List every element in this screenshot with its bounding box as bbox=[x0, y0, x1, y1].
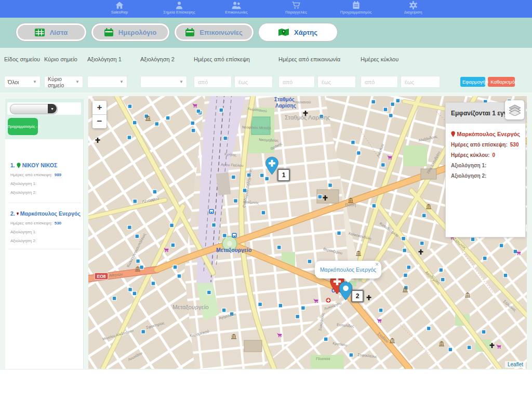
map-zoom-control: + − bbox=[92, 101, 107, 128]
marker-badge-2: 2 bbox=[351, 290, 364, 302]
calendar-icon bbox=[104, 28, 113, 36]
list-item[interactable]: 1. ΝΙΚΟΥ ΝΙΚΟΣ Ημέρες από επίσκεψη:989 Α… bbox=[10, 162, 81, 195]
tab-label: Λίστα bbox=[50, 29, 68, 36]
map-street-label: Σταθμός Λαρίσης bbox=[285, 114, 330, 121]
nav-item-label: SalesRep bbox=[88, 10, 151, 15]
results-panel: Εμφανίζονται 1 εγγραφή Μαρκόπουλος Ενεργ… bbox=[445, 102, 526, 237]
input-visit-to[interactable] bbox=[234, 76, 273, 88]
map-street-label: Βάθη bbox=[345, 202, 356, 207]
input-cycle-to[interactable] bbox=[401, 76, 440, 88]
divider bbox=[8, 249, 81, 249]
x-icon: × bbox=[486, 79, 489, 85]
tab-list[interactable]: Λίστα bbox=[16, 23, 87, 42]
select-eval1[interactable]: ▼ bbox=[87, 76, 127, 88]
person-icon bbox=[175, 1, 184, 9]
filter-label-main-point: Κύριο σημείο bbox=[44, 56, 77, 62]
item-index: 2. bbox=[10, 210, 15, 217]
row-label: Ημέρες από επίσκεψη: bbox=[10, 172, 52, 177]
item-name: ΝΙΚΟΥ ΝΙΚΟΣ bbox=[22, 162, 57, 168]
cart-icon bbox=[291, 1, 301, 9]
map-marker-icon bbox=[278, 28, 289, 36]
home-icon bbox=[115, 1, 124, 9]
map-street-label: Μεταξουργείο bbox=[172, 304, 209, 310]
tab-communications[interactable]: Επικοινωνίες bbox=[174, 23, 254, 42]
close-icon[interactable]: × bbox=[375, 261, 379, 268]
list-item[interactable]: 2. Μαρκόπουλος Ενεργός Ημέρες από επίσκε… bbox=[10, 210, 81, 243]
select-eval2[interactable]: ▼ bbox=[140, 76, 187, 88]
row-label: Αξιολόγηση 2: bbox=[451, 173, 486, 179]
input-contact-from[interactable] bbox=[278, 76, 315, 88]
tab-label: Ημερολόγιο bbox=[118, 29, 156, 36]
road-ref-badge: EO8 bbox=[95, 273, 108, 280]
row-label: Αξιολόγηση 1: bbox=[451, 163, 486, 168]
row-label: Ημέρες από επίσκεψη: bbox=[10, 221, 52, 225]
filter-bar: Είδος σημείου Κύριο σημείο Αξιολόγηση 1 … bbox=[0, 48, 532, 92]
map-pin-icon bbox=[17, 163, 21, 168]
input-contact-to[interactable] bbox=[317, 76, 356, 88]
map-street-label: Ιουλιανού bbox=[295, 100, 311, 104]
apply-label: Εφαρμογή bbox=[462, 79, 485, 85]
select-point-type[interactable]: Όλοι▼ bbox=[4, 76, 41, 88]
top-navigation-bar: SalesRep Σημεία Επίσκεψης Επικοινωνίες Π… bbox=[0, 0, 532, 18]
map-layers-control[interactable] bbox=[505, 100, 524, 119]
panel-record-name[interactable]: Μαρκόπουλος Ενεργός bbox=[451, 131, 520, 137]
row-label: Αξιολόγηση 2: bbox=[10, 190, 36, 195]
filter-label-days-visit: Ημέρες από επίσκεψη bbox=[194, 56, 250, 62]
item-index: 1. bbox=[10, 162, 15, 168]
filter-label-eval2: Αξιολόγηση 2 bbox=[140, 56, 175, 62]
filter-label-point-type: Είδος σημείου bbox=[4, 56, 40, 62]
apply-button[interactable]: Εφαρμογή bbox=[460, 77, 485, 87]
zoom-out-button[interactable]: − bbox=[92, 115, 107, 128]
nav-item-orders[interactable]: Παραγγελίες bbox=[265, 1, 327, 15]
map-street-label: Μεταξουργείο bbox=[216, 247, 251, 254]
row-label: Αξιολόγηση 2: bbox=[10, 238, 36, 243]
map-street-label: Πλατεία bbox=[316, 356, 330, 361]
nav-item-contacts[interactable]: Επικοινωνίες bbox=[205, 1, 268, 15]
nav-item-scheduling[interactable]: Προγραμματισμός bbox=[325, 1, 387, 15]
row-value: 0 bbox=[492, 152, 495, 158]
people-icon bbox=[231, 1, 242, 9]
nav-item-label: Επικοινωνίες bbox=[205, 10, 268, 15]
nav-item-label: Διαχείριση bbox=[382, 10, 444, 15]
schedule-button[interactable]: Προγραμματισμός - 2 bbox=[8, 118, 38, 135]
tab-calendar[interactable]: Ημερολόγιο bbox=[91, 23, 170, 42]
marker-badge-1: 1 bbox=[277, 169, 290, 181]
row-value: 530 bbox=[55, 221, 61, 225]
svg-text:EO8: EO8 bbox=[97, 274, 105, 279]
popup-tail bbox=[344, 278, 352, 283]
nav-item-label: Προγραμματισμός bbox=[325, 10, 387, 15]
nav-item-visit-points[interactable]: Σημεία Επίσκεψης bbox=[148, 1, 210, 15]
sidebar-select-row: ▼ bbox=[7, 102, 81, 115]
popup-title: Μαρκόπουλος Ενεργός bbox=[320, 267, 376, 273]
nav-item-label: Σημεία Επίσκεψης bbox=[148, 10, 210, 15]
results-sidebar: ▼ Προγραμματισμός - 2 1. ΝΙΚΟΥ ΝΙΚΟΣ Ημέ… bbox=[5, 99, 84, 369]
map-attribution[interactable]: Leaflet bbox=[505, 361, 526, 368]
gear-icon bbox=[409, 1, 418, 9]
row-label: Αξιολόγηση 1: bbox=[10, 230, 36, 234]
nav-item-administration[interactable]: Διαχείριση bbox=[382, 1, 444, 15]
clear-label: Καθαρισμός bbox=[490, 79, 517, 85]
select-main-point[interactable]: Κύριο σημείο▼ bbox=[44, 76, 83, 88]
grid-icon bbox=[35, 29, 45, 36]
calendar-icon bbox=[185, 28, 194, 36]
input-visit-from[interactable] bbox=[194, 76, 232, 88]
tab-label: Χάρτης bbox=[294, 29, 317, 36]
row-label: Ημέρες κύκλου: bbox=[451, 152, 489, 158]
map-pin-icon bbox=[451, 131, 455, 137]
clear-button[interactable]: × Καθαρισμός bbox=[488, 77, 515, 87]
chevron-down-icon: ▼ bbox=[33, 79, 37, 84]
tab-map[interactable]: Χάρτης bbox=[258, 23, 338, 42]
map-marker-1[interactable] bbox=[265, 156, 279, 177]
row-value: 989 bbox=[55, 172, 61, 177]
clipboard-icon bbox=[352, 1, 361, 9]
input-cycle-from[interactable] bbox=[361, 76, 398, 88]
filter-label-eval1: Αξιολόγηση 1 bbox=[87, 56, 122, 62]
row-value: 530 bbox=[510, 142, 519, 148]
zoom-in-button[interactable]: + bbox=[92, 101, 107, 115]
map-pin-icon bbox=[17, 211, 19, 217]
nav-item-label: Παραγγελίες bbox=[265, 10, 327, 15]
map-street-label: Σταθμός bbox=[274, 97, 295, 103]
divider bbox=[8, 203, 81, 203]
tab-strip: Λίστα Ημερολόγιο Επικοινωνίες Χάρτης bbox=[0, 18, 532, 48]
nav-item-salesrep[interactable]: SalesRep bbox=[88, 1, 151, 15]
